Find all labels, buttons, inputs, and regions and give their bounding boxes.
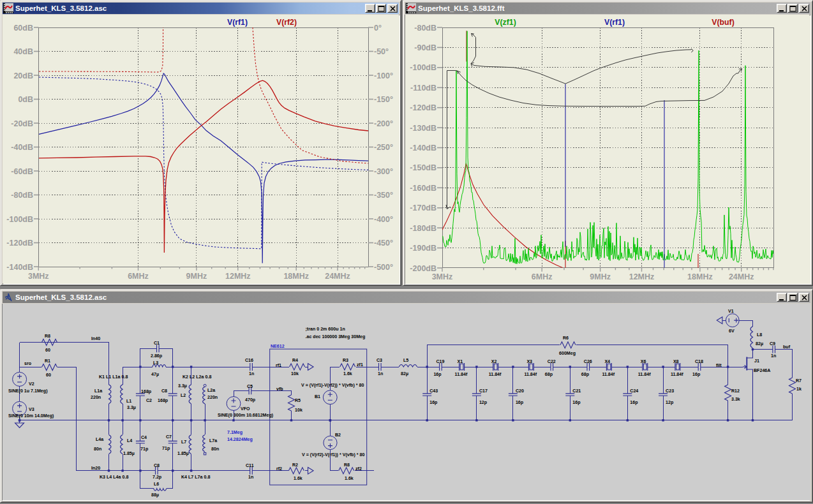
svg-text:16p: 16p [429,400,438,405]
svg-text:V(rf1): V(rf1) [227,18,248,27]
svg-text:C16: C16 [245,358,253,363]
svg-text:C7: C7 [166,434,172,440]
svg-text:C1: C1 [154,341,160,346]
svg-text:3.3µ: 3.3µ [127,405,136,410]
svg-text:J1: J1 [754,359,759,364]
svg-text:.ac dec 100000 3Meg 30Meg: .ac dec 100000 3Meg 30Meg [306,334,366,339]
svg-text:SINE(0 1u 7.1Meg): SINE(0 1u 7.1Meg) [8,389,48,394]
svg-text:60: 60 [45,348,50,353]
svg-text:2.86p: 2.86p [151,353,163,359]
svg-text:-130dB: -130dB [410,124,436,133]
svg-text:0dB: 0dB [18,95,33,104]
svg-text:R8: R8 [45,334,50,339]
svg-text:1.85µ: 1.85µ [123,451,135,456]
svg-text:-300°: -300° [374,167,393,176]
svg-text:-350°: -350° [374,191,393,200]
svg-text:16p: 16p [572,400,581,405]
svg-text:C22: C22 [548,359,556,364]
svg-text:R8: R8 [344,463,350,468]
svg-text:3.3k: 3.3k [731,397,740,402]
svg-text:11.84f: 11.84f [455,372,468,377]
svg-text:R2: R2 [292,463,298,468]
svg-text:K2 L2 L2a 0.8: K2 L2 L2a 0.8 [183,374,211,380]
svg-text:C8: C8 [154,463,160,468]
svg-text:L2a: L2a [207,388,215,393]
svg-text:L2: L2 [181,393,186,398]
svg-text:1.85µ: 1.85µ [177,451,189,456]
svg-text:18MHz: 18MHz [687,272,713,281]
svg-text:3MHz: 3MHz [432,272,453,281]
svg-text:1.6k: 1.6k [343,371,352,376]
svg-text:-100°: -100° [374,71,393,80]
svg-text:-40dB: -40dB [11,143,33,152]
svg-text:82µ: 82µ [756,341,763,346]
svg-text:L1a: L1a [94,389,102,394]
svg-text:R6: R6 [563,336,569,341]
svg-text:C9: C9 [770,341,775,346]
svg-text:470p: 470p [245,397,256,403]
svg-text:82µ: 82µ [401,371,408,376]
svg-text:R7: R7 [796,378,802,383]
svg-text:V = (V(rf1)-V(rf2)) * V(vfb) *: V = (V(rf1)-V(rf2)) * V(vfb) * 80 [301,383,364,388]
svg-text:V1: V1 [728,309,734,314]
svg-text:V2: V2 [29,382,34,387]
svg-text:40dB: 40dB [13,47,33,56]
svg-text:60dB: 60dB [13,24,33,33]
svg-text:220n: 220n [207,395,218,400]
svg-text:47µ: 47µ [151,372,159,377]
svg-text:R5: R5 [295,398,301,403]
svg-text:1k: 1k [796,387,802,392]
svg-text:C18: C18 [695,359,703,364]
svg-text:R12: R12 [731,389,740,394]
svg-text:10k: 10k [291,371,299,376]
svg-text:L1: L1 [126,399,131,404]
svg-text:C17: C17 [479,389,488,394]
svg-text:zf2: zf2 [355,466,362,471]
svg-text:11.84f: 11.84f [671,372,683,377]
svg-text:V = (V(rf2)-V(rf1)) * V(vfb) *: V = (V(rf2)-V(rf1)) * V(vfb) * 80 [302,452,364,457]
svg-text:24MHz: 24MHz [325,272,350,281]
svg-text:12p: 12p [666,400,674,405]
svg-text:-110dB: -110dB [410,84,436,93]
svg-text:R1: R1 [45,359,50,364]
svg-text:60: 60 [46,373,51,378]
svg-text:-140dB: -140dB [410,144,436,152]
svg-text:80n: 80n [211,447,219,452]
svg-text:B2: B2 [335,433,341,438]
svg-text:24MHz: 24MHz [729,272,754,281]
svg-text:-500°: -500° [374,263,393,272]
svg-text:X2: X2 [491,359,497,364]
svg-text:-170dB: -170dB [410,204,436,212]
svg-text:X1: X1 [458,359,463,364]
svg-text:X4: X4 [604,359,610,364]
svg-text:-150dB: -150dB [410,163,436,172]
svg-text:1n: 1n [378,371,383,376]
svg-text:9MHz: 9MHz [590,272,611,281]
svg-text:X6: X6 [641,359,646,364]
svg-text:C24: C24 [630,389,638,394]
svg-text:L3: L3 [153,360,158,366]
svg-text:0°: 0° [374,24,382,33]
svg-text:C20: C20 [516,389,524,394]
svg-text:C2: C2 [146,398,152,403]
svg-text:C11: C11 [246,463,254,468]
svg-text:In40: In40 [91,336,100,341]
svg-text:88µ: 88µ [151,493,159,498]
svg-text:C3: C3 [377,358,382,363]
svg-text:220n: 220n [91,395,101,400]
svg-text:;tran 0 2m 600u 1n: ;tran 0 2m 600u 1n [306,327,345,332]
svg-text:BF246A: BF246A [754,368,770,373]
svg-text:V(rf2): V(rf2) [276,18,297,27]
svg-text:1.6k: 1.6k [345,476,354,481]
svg-text:V(rf1): V(rf1) [604,18,625,27]
svg-text:L4: L4 [127,438,132,443]
svg-text:12MHz: 12MHz [629,272,655,281]
svg-text:-400°: -400° [374,215,393,224]
svg-text:SINE(0 10m 14.0Meg): SINE(0 10m 14.0Meg) [8,413,54,419]
svg-text:NE612: NE612 [271,344,285,349]
svg-text:-80dB: -80dB [414,24,436,33]
svg-text:68p: 68p [581,372,590,377]
svg-text:6MHz: 6MHz [128,272,149,281]
svg-text:-100dB: -100dB [6,215,33,224]
svg-text:C43: C43 [429,389,438,394]
